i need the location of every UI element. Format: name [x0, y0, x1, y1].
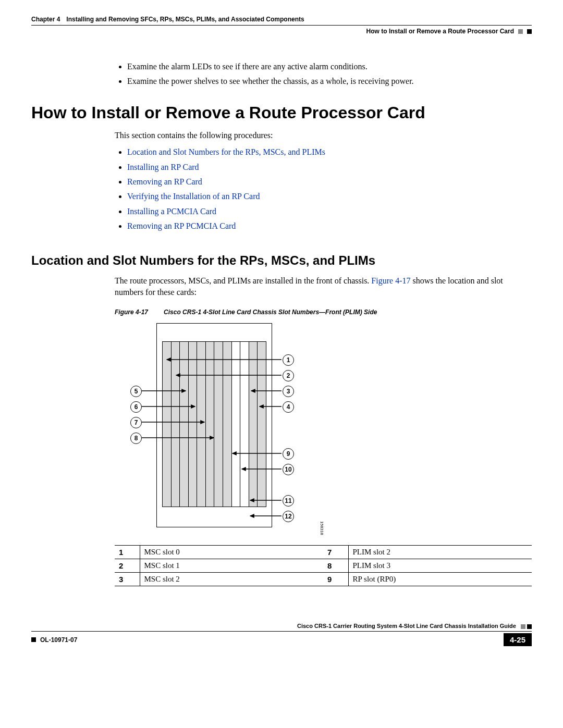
callout-9: 9: [283, 448, 294, 460]
list-item: Location and Slot Numbers for the RPs, M…: [127, 146, 532, 158]
chassis-diagram: 1 2 3 4 5 6 7 8 9 10 11 12 158318: [125, 323, 313, 537]
callout-table: 1 MSC slot 0 7 PLIM slot 2 2 MSC slot 1 …: [115, 545, 532, 586]
doc-id: OL-10971-07: [40, 636, 77, 644]
intro-paragraph: This section contains the following proc…: [115, 130, 532, 141]
section-heading: Location and Slot Numbers for the RPs, M…: [31, 253, 532, 268]
header-rule: [31, 25, 532, 26]
chapter-label: Chapter 4: [31, 16, 60, 23]
figure-ref-link[interactable]: Figure 4-17: [371, 276, 410, 285]
table-row: 2 MSC slot 1 8 PLIM slot 3: [115, 559, 532, 573]
link-removing-pcmcia[interactable]: Removing an RP PCMCIA Card: [127, 221, 236, 230]
list-item: Installing an RP Card: [127, 162, 532, 173]
figure-caption: Figure 4-17 Cisco CRS-1 4-Slot Line Card…: [115, 309, 532, 316]
list-item: Examine the power shelves to see whether…: [127, 76, 532, 87]
cell-desc: RP slot (RP0): [348, 573, 532, 586]
cell-num: 9: [323, 573, 348, 586]
cell-desc: MSC slot 0: [140, 546, 323, 559]
text: The route processors, MSCs, and PLIMs ar…: [115, 276, 371, 285]
marker-square-icon: [527, 624, 532, 629]
marker-square-icon: [521, 624, 525, 629]
callout-4: 4: [283, 401, 294, 413]
callout-6: 6: [130, 401, 142, 413]
slot: [197, 341, 205, 507]
slot: [257, 341, 266, 507]
cell-num: 3: [115, 573, 140, 586]
table-row: 1 MSC slot 0 7 PLIM slot 2: [115, 546, 532, 559]
link-verifying-rp[interactable]: Verifying the Installation of an RP Card: [127, 192, 260, 201]
callout-10: 10: [283, 464, 294, 475]
slot: [171, 341, 180, 507]
figure-title: Cisco CRS-1 4-Slot Line Card Chassis Slo…: [164, 309, 377, 316]
procedure-links-list: Location and Slot Numbers for the RPs, M…: [115, 146, 532, 232]
slot: [223, 341, 231, 507]
slot: [179, 341, 188, 507]
text: Cisco CRS-1 Carrier Routing System 4-Slo…: [297, 623, 516, 629]
marker-square-icon: [31, 637, 36, 642]
list-item: Verifying the Installation of an RP Card: [127, 191, 532, 202]
link-installing-rp[interactable]: Installing an RP Card: [127, 163, 199, 171]
page-title: How to Install or Remove a Route Process…: [31, 103, 532, 122]
slot: [231, 341, 240, 507]
cell-desc: MSC slot 2: [140, 573, 323, 586]
cell-desc: PLIM slot 2: [348, 546, 532, 559]
location-paragraph: The route processors, MSCs, and PLIMs ar…: [115, 275, 532, 299]
callout-8: 8: [130, 433, 142, 444]
link-installing-pcmcia[interactable]: Installing a PCMCIA Card: [127, 207, 216, 216]
figure-label: Figure 4-17: [115, 309, 148, 316]
list-item: Removing an RP PCMCIA Card: [127, 220, 532, 232]
footer-guide-title: Cisco CRS-1 Carrier Routing System 4-Slo…: [31, 623, 532, 629]
page: Chapter 4 Installing and Removing SFCs, …: [0, 0, 563, 662]
slot: [240, 341, 249, 507]
link-location-slot-numbers[interactable]: Location and Slot Numbers for the RPs, M…: [127, 147, 325, 156]
slot: [188, 341, 197, 507]
page-footer: Cisco CRS-1 Carrier Routing System 4-Slo…: [31, 623, 532, 646]
marker-square-icon: [527, 29, 532, 34]
callout-2: 2: [283, 370, 294, 381]
slot: [249, 341, 258, 507]
cell-num: 1: [115, 546, 140, 559]
running-header: Chapter 4 Installing and Removing SFCs, …: [31, 16, 532, 23]
table-row: 3 MSC slot 2 9 RP slot (RP0): [115, 573, 532, 586]
slot: [205, 341, 214, 507]
callout-12: 12: [283, 511, 294, 522]
cell-desc: MSC slot 1: [140, 559, 323, 573]
link-removing-rp[interactable]: Removing an RP Card: [127, 177, 202, 186]
chapter-title: Installing and Removing SFCs, RPs, MSCs,…: [66, 16, 304, 23]
image-number: 158318: [320, 521, 324, 535]
cell-num: 2: [115, 559, 140, 573]
cell-desc: PLIM slot 3: [348, 559, 532, 573]
callout-1: 1: [283, 354, 294, 366]
callout-11: 11: [283, 495, 294, 507]
intro-bullet-list: Examine the alarm LEDs to see if there a…: [115, 61, 532, 88]
chassis-outline: [156, 323, 272, 527]
list-item: Installing a PCMCIA Card: [127, 206, 532, 217]
section-title: How to Install or Remove a Route Process…: [366, 28, 514, 35]
slot: [162, 341, 171, 507]
cell-num: 8: [323, 559, 348, 573]
marker-square-icon: [518, 29, 523, 34]
list-item: Examine the alarm LEDs to see if there a…: [127, 61, 532, 72]
callout-7: 7: [130, 417, 142, 428]
slot: [214, 341, 223, 507]
page-number-badge: 4-25: [504, 633, 532, 646]
cell-num: 7: [323, 546, 348, 559]
callout-3: 3: [283, 386, 294, 397]
list-item: Removing an RP Card: [127, 176, 532, 188]
slot-bay: [162, 341, 266, 507]
callout-5: 5: [130, 386, 142, 397]
